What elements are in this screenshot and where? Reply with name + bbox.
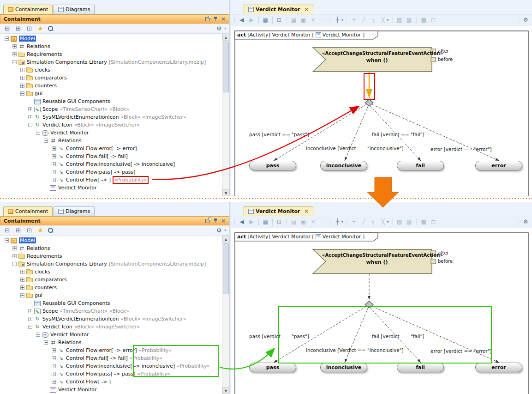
oblique-path-icon[interactable]: ╱ [360,218,368,226]
scrollbar-thumb[interactable] [223,42,229,92]
diagram-options-gear-icon[interactable]: ⚙ [522,16,530,24]
tree-item[interactable]: +clocks [0,268,222,276]
expand-icon[interactable]: + [20,76,24,80]
expand-icon[interactable]: + [20,68,24,72]
specification-icon[interactable]: ⊡ [275,16,283,24]
tree-item[interactable]: −Model [0,35,222,42]
diagram-canvas[interactable]: act [Activity] Verdict Monitor [ Verdict… [231,26,532,196]
scroll-down-icon[interactable]: ▼ [222,387,229,394]
dropdown-caret-icon[interactable]: ▾ [341,18,343,22]
rectilinear-path-icon[interactable]: ┐ [370,16,377,24]
oblique-path-icon[interactable]: ╱ [360,16,368,24]
specification-icon[interactable]: ⊡ [275,218,283,226]
cut-icon[interactable]: × [309,16,317,24]
action-node-inconclusive[interactable]: inconclusive [320,363,367,372]
expand-icon[interactable]: + [20,270,24,274]
tree-item[interactable]: +↘Control Flow:error[ -> error] [0,145,222,152]
tree-item[interactable]: +↘Control Flow:fail[ -> fail]«Probabilit… [0,354,222,362]
tree-item[interactable]: +comparators [0,74,222,82]
collapse-icon[interactable]: − [28,123,32,127]
gear-caret-icon[interactable]: ▾ [224,26,226,30]
tree-item[interactable]: −⇄Relations [0,339,222,346]
related-elements-icon[interactable]: ▦ [262,218,269,226]
expand-icon[interactable]: + [52,372,56,376]
expand-icon[interactable]: + [52,348,56,352]
cut-icon[interactable]: × [309,218,317,226]
action-node-fail[interactable]: fail [397,363,444,372]
diagonal-path-icon[interactable]: ╳ [379,218,387,226]
scrollbar-thumb[interactable] [223,243,229,294]
expand-icon[interactable]: + [52,154,56,158]
tree-item[interactable]: +clocks [0,66,222,74]
tree-item[interactable]: +↘Control Flow:inconclusive[ -> inconclu… [0,362,222,370]
collapse-icon[interactable]: − [12,262,17,266]
quick-search-icon[interactable] [48,227,54,233]
float-window-icon[interactable] [205,17,210,21]
expand-all-icon[interactable]: ⊞ [14,226,22,234]
go-forward-icon[interactable]: ▶ [248,218,256,226]
gear-caret-icon[interactable]: ▾ [224,228,226,232]
go-forward-icon[interactable]: ▶ [248,16,256,24]
diagram-options-gear-icon[interactable]: ⚙ [522,218,530,226]
grid-icon[interactable]: ▩ [420,218,428,226]
tree-item[interactable]: Verdict Monitor [0,386,222,394]
tree-item[interactable]: −gui [0,291,222,299]
tree-item[interactable]: +↘Control Flow:inconclusive[ -> inconclu… [0,160,222,168]
tab-containment[interactable]: Containment [3,206,53,216]
expand-icon[interactable]: + [52,162,56,166]
layout-hierarchy-icon[interactable]: ┼ [334,16,341,24]
tree-item[interactable]: Reusable GUI Components [0,299,222,307]
tree-item[interactable]: +comparators [0,276,222,284]
tree-item[interactable]: +↻SysMLVerdictEnumerationIcon«Block» «Im… [0,315,222,323]
action-node-pass[interactable]: pass [249,363,296,372]
close-tab-icon[interactable]: × [304,6,308,12]
quick-search-icon[interactable] [48,25,54,31]
tree-item[interactable]: −↻Verdict Icon«Block» «ImageSwitcher» [0,121,222,129]
expand-icon[interactable]: + [20,285,24,290]
paste-icon[interactable]: ▤ [290,16,298,24]
expand-icon[interactable]: + [12,52,17,56]
collapse-all-icon[interactable]: ⊟ [3,226,11,234]
layout-hierarchy-icon[interactable]: ┼ [334,218,341,226]
expand-icon[interactable]: + [52,170,56,174]
tree-item[interactable]: −Verdict Monitor [0,129,222,137]
collapse-icon[interactable]: − [28,325,32,329]
related-elements-icon[interactable]: ▦ [262,16,269,24]
zoom-fit-icon[interactable]: ◻ [430,16,437,24]
tree-item[interactable]: Reusable GUI Components [0,97,222,105]
pin-icon[interactable] [213,16,218,22]
add-shape-icon[interactable]: + [350,218,358,226]
expand-icon[interactable]: + [28,309,32,313]
tree-item[interactable]: +↻SysMLVerdictEnumerationIcon«Block» «Im… [0,113,222,121]
browser-options-gear-icon[interactable]: ⚙ [215,24,223,32]
float-window-icon[interactable] [205,219,210,223]
expand-icon[interactable]: + [28,115,32,119]
pin-icon[interactable] [213,218,218,224]
expand-icon[interactable]: + [12,246,17,250]
tree-scrollbar[interactable]: ▲▼ [222,236,229,394]
dropdown-caret-icon[interactable]: ▾ [387,18,389,22]
expand-icon[interactable]: + [20,278,24,282]
expand-icon[interactable]: + [52,356,56,360]
close-tab-icon[interactable]: × [304,208,308,214]
tree-item[interactable]: +↘Control Flow[ -> ] [0,378,222,386]
diagram-canvas[interactable]: act [Activity] Verdict Monitor [ Verdict… [231,228,532,394]
scroll-up-icon[interactable]: ▲ [222,34,229,41]
tree-item[interactable]: −gui [0,90,222,97]
tree-item[interactable]: +counters [0,284,222,291]
print-icon[interactable]: ▨ [405,218,413,226]
expand-all-icon[interactable]: ⊞ [14,24,22,32]
tab-verdict-monitor[interactable]: Verdict Monitor× [244,206,313,216]
copy-icon[interactable]: ▣ [299,16,307,24]
scroll-down-icon[interactable]: ▼ [222,189,229,196]
tab-verdict-monitor[interactable]: Verdict Monitor× [244,5,313,14]
expand-icon[interactable]: + [28,107,32,111]
print-icon[interactable]: ▨ [405,16,413,24]
collapse-icon[interactable]: − [44,139,48,143]
expand-icon[interactable]: + [52,380,56,384]
paste-icon[interactable]: ▤ [290,218,298,226]
action-node-error[interactable]: error [475,363,522,372]
tree-item[interactable]: +counters [0,82,222,90]
tree-item[interactable]: +↘Control Flow:error[ -> error]«Probabil… [0,346,222,354]
collapse-icon[interactable]: − [36,333,40,337]
